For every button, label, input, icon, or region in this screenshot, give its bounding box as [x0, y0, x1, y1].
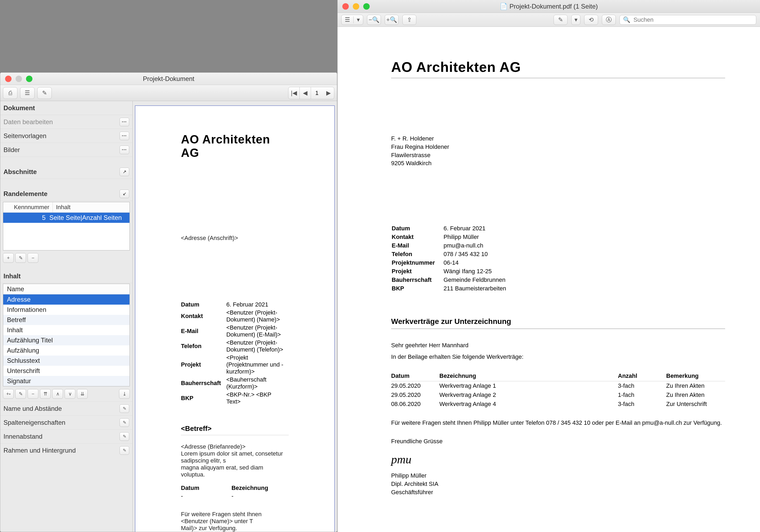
pdf-search[interactable]: 🔍 — [620, 15, 756, 25]
prop-padding-label: Innenabstand — [4, 433, 42, 440]
inhalt-item[interactable]: Aufzählung — [3, 345, 129, 356]
randelemente-list-header: Kennnummer Inhalt — [3, 202, 129, 213]
print-button[interactable]: ⎙ — [3, 87, 18, 99]
prop-columns-edit-button[interactable] — [119, 418, 129, 427]
pdf-titlebar: Projekt-Dokument.pdf (1 Seite) — [338, 0, 760, 13]
inhalt-item[interactable]: Unterschrift — [3, 366, 129, 376]
editor-window: Projekt-Dokument ⎙ ☰ ✎ |◀ ◀ 1 ▶ Dokument… — [0, 73, 337, 532]
pdf-sig-block: Philipp Müller Dipl. Architekt SIA Gesch… — [391, 472, 725, 496]
images-more-button[interactable] — [119, 146, 129, 154]
zoom-in-button[interactable]: +🔍 — [385, 15, 399, 25]
section-abschnitte-header[interactable]: Abschnitte — [0, 165, 132, 179]
prop-columns-row[interactable]: Spalteneigenschaften — [0, 415, 132, 429]
pdf-address: F. + R. Holdener Frau Regina Holdener Fl… — [391, 135, 725, 168]
prop-frame-row[interactable]: Rahmen und Hintergrund — [0, 443, 132, 457]
rand-add-button[interactable]: + — [3, 253, 14, 263]
search-input[interactable] — [633, 16, 753, 24]
rand-remove-button[interactable]: − — [27, 253, 38, 263]
inhalt-list-header: Name — [3, 284, 129, 294]
sidebar-item-images[interactable]: Bilder — [0, 143, 132, 157]
prop-padding-row[interactable]: Innenabstand — [0, 429, 132, 443]
sidebar-item-edit-data[interactable]: Daten bearbeiten — [0, 115, 132, 129]
prop-frame-label: Rahmen und Hintergrund — [4, 447, 76, 454]
template-address-placeholder: <Adresse (Anschrift)> — [181, 235, 289, 242]
template-company: AO Architekten AG — [181, 133, 289, 160]
editor-toolbar: ⎙ ☰ ✎ |◀ ◀ 1 ▶ — [0, 85, 337, 101]
rand-edit-button[interactable]: ✎ — [15, 253, 26, 263]
inhalt-item[interactable]: Adresse — [3, 294, 129, 305]
inhalt-move-up-button[interactable]: ∧ — [52, 389, 63, 399]
rand-row-text: Seite Seite|Anzahl Seiten — [49, 214, 126, 221]
prop-frame-edit-button[interactable] — [119, 446, 129, 455]
inhalt-export-button[interactable]: ⤓ — [119, 389, 130, 399]
first-page-button[interactable]: |◀ — [288, 87, 300, 99]
markup-dropdown-button[interactable]: ▾ — [571, 15, 580, 25]
abschnitte-label: Abschnitte — [4, 168, 37, 176]
template-preview[interactable]: AO Architekten AG <Adresse (Anschrift)> … — [133, 101, 337, 532]
inhalt-item[interactable]: Betreff — [3, 315, 129, 325]
rand-col-kennnummer: Kennnummer — [3, 202, 53, 213]
pdf-intro: In der Beilage erhalten Sie folgende Wer… — [391, 352, 725, 361]
editor-titlebar: Projekt-Dokument — [0, 73, 337, 85]
sidebar-icon: ☰ — [342, 16, 354, 23]
inhalt-item[interactable]: Informationen — [3, 305, 129, 315]
markup-button[interactable]: ✎ — [553, 15, 568, 25]
edit-data-more-button[interactable] — [119, 118, 129, 126]
template-lorem: Lorem ipsum dolor sit amet, consetetur s… — [181, 450, 289, 478]
inhalt-item[interactable]: Aufzählung Titel — [3, 335, 129, 345]
abschnitte-expand-button[interactable] — [119, 168, 129, 176]
prop-name-edit-button[interactable] — [119, 404, 129, 413]
pdf-title: Projekt-Dokument.pdf (1 Seite) — [338, 3, 760, 10]
template-attach-headers: DatumBezeichnung -- — [181, 478, 273, 500]
pdf-page: AO Architekten AG F. + R. Holdener Frau … — [338, 27, 760, 507]
prev-page-button[interactable]: ◀ — [300, 87, 311, 99]
inhalt-move-down-button[interactable]: ∨ — [65, 389, 75, 399]
images-label: Bilder — [4, 146, 20, 154]
template-closing: Für weitere Fragen steht Ihnen <Benutzer… — [181, 511, 289, 532]
inhalt-move-top-button[interactable]: ⇈ — [40, 389, 51, 399]
search-icon: 🔍 — [623, 16, 630, 23]
edit-data-label: Daten bearbeiten — [4, 118, 53, 126]
section-inhalt-header: Inhalt — [0, 269, 132, 283]
inhalt-remove-button[interactable]: − — [27, 389, 38, 399]
text-tool-button[interactable]: Ⓐ — [602, 15, 616, 25]
editor-title: Projekt-Dokument — [0, 75, 337, 82]
print-icon: ⎙ — [9, 90, 12, 97]
inhalt-item[interactable]: Inhalt — [3, 325, 129, 335]
pdf-salutation: Sehr geehrter Herr Mannhard — [391, 341, 725, 350]
sidebar-toggle-button[interactable]: ☰▾ — [341, 15, 363, 25]
inhalt-move-bottom-button[interactable]: ⇊ — [77, 389, 88, 399]
chevron-down-icon: ▾ — [354, 16, 363, 23]
pdf-attachments-table: Datum Bezeichnung Anzahl Bemerkung 29.05… — [391, 371, 725, 409]
inhalt-add-button[interactable]: + — [3, 389, 14, 399]
pdf-closing: Für weitere Fragen steht Ihnen Philipp M… — [391, 418, 725, 427]
table-row: 29.05.2020 Werkvertrag Anlage 2 1-fach Z… — [391, 390, 725, 400]
page-templates-more-button[interactable] — [119, 132, 129, 140]
pdf-window: Projekt-Dokument.pdf (1 Seite) ☰▾ −🔍 +🔍 … — [337, 0, 760, 532]
section-randelemente-header[interactable]: Randelemente — [0, 187, 132, 201]
edit-button[interactable]: ✎ — [37, 87, 52, 99]
randelemente-row[interactable]: 5 Seite Seite|Anzahl Seiten — [3, 213, 129, 223]
pdf-company: AO Architekten AG — [391, 59, 725, 78]
next-page-button[interactable]: ▶ — [323, 87, 334, 99]
pdf-greeting: Freundliche Grüsse — [391, 437, 725, 446]
randelemente-collapse-button[interactable] — [119, 190, 129, 198]
inhalt-edit-button[interactable]: ✎ — [15, 389, 26, 399]
inhalt-item[interactable]: Schlusstext — [3, 356, 129, 366]
sidebar-item-page-templates[interactable]: Seitenvorlagen — [0, 129, 132, 143]
inhalt-item[interactable]: Signatur — [3, 376, 129, 386]
share-button[interactable]: ⇪ — [403, 15, 416, 25]
prop-name-row[interactable]: Name und Abstände — [0, 402, 132, 415]
pdf-signature: pmu — [391, 453, 725, 466]
rotate-button[interactable]: ⟲ — [584, 15, 598, 25]
inhalt-btn-strip: + ✎ − ⇈ ∧ ∨ ⇊ ⤓ — [0, 388, 132, 402]
page-number: 1 — [311, 90, 323, 97]
pencil-icon: ✎ — [42, 90, 47, 97]
randelemente-list: Kennnummer Inhalt 5 Seite Seite|Anzahl S… — [3, 202, 130, 251]
page-templates-label: Seitenvorlagen — [4, 132, 46, 140]
prop-padding-edit-button[interactable] — [119, 432, 129, 441]
settings-button[interactable]: ☰ — [20, 87, 34, 99]
zoom-out-button[interactable]: −🔍 — [367, 15, 381, 25]
pdf-subject: Werkverträge zur Unterzeichnung — [391, 317, 725, 329]
sliders-icon: ☰ — [25, 90, 30, 97]
